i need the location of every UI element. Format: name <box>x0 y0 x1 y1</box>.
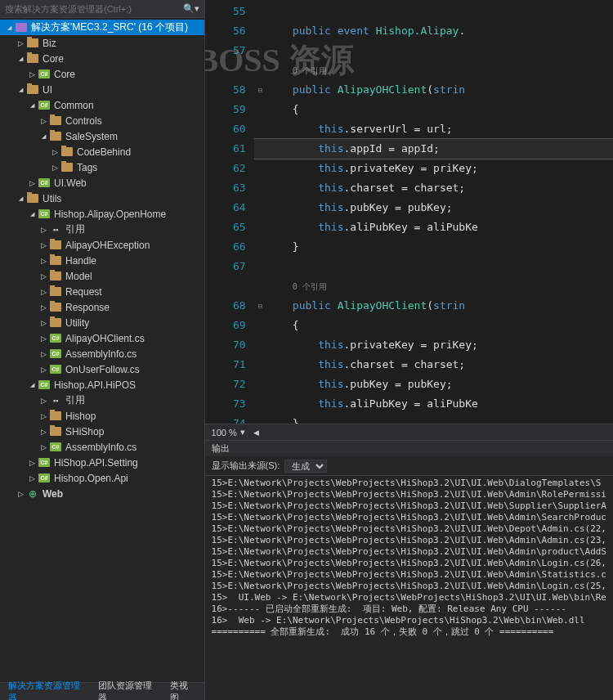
tree-item[interactable]: UI.Web <box>0 175 204 191</box>
folder-icon <box>49 302 62 313</box>
expand-icon[interactable] <box>26 379 38 391</box>
expand-icon[interactable] <box>26 177 38 189</box>
csharp-project-icon <box>38 379 51 391</box>
expand-icon[interactable] <box>38 411 49 422</box>
code-content[interactable]: public event Hishop.Alipay. 0 个引用⊟ publi… <box>254 0 613 424</box>
expand-icon[interactable] <box>26 457 38 469</box>
output-header: 输出 <box>205 440 613 456</box>
tree-item[interactable]: SaleSystem <box>0 128 204 144</box>
expand-icon[interactable] <box>38 395 49 406</box>
tree-item-label: Response <box>65 302 110 313</box>
expand-icon[interactable] <box>38 442 49 453</box>
expand-icon[interactable] <box>38 426 49 438</box>
explorer-tab[interactable]: 团队资源管理器 <box>92 683 164 700</box>
tree-item-label: 引用 <box>65 222 85 236</box>
expand-icon[interactable] <box>3 22 15 34</box>
expand-icon[interactable] <box>15 38 26 49</box>
expand-icon[interactable] <box>49 146 60 158</box>
expand-icon[interactable] <box>26 100 38 111</box>
tree-item-label: Core <box>43 53 64 65</box>
tree-item[interactable]: Core <box>0 51 204 66</box>
folder-icon <box>26 38 39 49</box>
tree-item[interactable]: OnUserFollow.cs <box>0 361 204 377</box>
expand-icon[interactable] <box>38 317 49 329</box>
expand-icon[interactable] <box>38 271 49 282</box>
expand-icon[interactable] <box>15 84 26 96</box>
output-line: 15>E:\Network\Projects\WebProjects\HiSho… <box>212 558 606 569</box>
tree-item[interactable]: SHiShop <box>0 424 204 439</box>
expand-icon[interactable] <box>38 348 49 360</box>
tree-item[interactable]: CodeBehind <box>0 144 204 159</box>
references-icon <box>49 395 62 406</box>
expand-icon[interactable] <box>15 193 26 204</box>
expand-icon[interactable] <box>38 286 49 298</box>
zoom-level[interactable]: 100 % <box>212 428 237 438</box>
expand-icon[interactable] <box>38 364 49 375</box>
expand-icon[interactable] <box>38 333 49 344</box>
output-line: 15>E:\Network\Projects\WebProjects\HiSho… <box>212 581 606 592</box>
output-source-select[interactable]: 生成 <box>284 460 327 473</box>
expand-icon[interactable] <box>49 162 60 173</box>
expand-icon[interactable] <box>15 53 26 65</box>
tree-item[interactable]: Tags <box>0 159 204 175</box>
output-line: 15>E:\Network\Projects\WebProjects\HiSho… <box>212 489 606 500</box>
tree-item-label: UI <box>43 84 52 96</box>
tree-item[interactable]: AlipayOHClient.cs <box>0 330 204 346</box>
tree-item[interactable]: Request <box>0 284 204 299</box>
expand-icon[interactable] <box>38 255 49 267</box>
expand-icon[interactable] <box>26 473 38 484</box>
expand-icon[interactable] <box>38 224 49 236</box>
csharp-file-icon <box>49 442 62 453</box>
output-content[interactable]: 15>E:\Network\Projects\WebProjects\HiSho… <box>205 476 613 700</box>
tree-item[interactable]: 解决方案'MEC3.2_SRC' (16 个项目) <box>0 20 204 35</box>
tree-item[interactable]: Hishop.API.HiPOS <box>0 377 204 393</box>
folder-icon <box>49 286 62 298</box>
expand-icon[interactable] <box>26 69 38 80</box>
folder-icon <box>49 131 62 142</box>
tree-item[interactable]: Hishop.Open.Api <box>0 470 204 486</box>
tree-item-label: Web <box>43 488 63 500</box>
tree-item[interactable]: ⊕Web <box>0 486 204 501</box>
tree-item[interactable]: Controls <box>0 113 204 128</box>
expand-icon[interactable] <box>26 209 38 220</box>
tree-item[interactable]: Hishop <box>0 408 204 424</box>
tree-item[interactable]: UI <box>0 82 204 97</box>
folder-icon <box>60 146 74 158</box>
output-line: 15>E:\Network\Projects\WebProjects\HiSho… <box>212 500 606 512</box>
tree-item-label: Core <box>54 69 75 80</box>
folder-icon <box>49 255 62 267</box>
tree-item[interactable]: Common <box>0 97 204 113</box>
tree-item[interactable]: AlipayOHException <box>0 237 204 253</box>
tree-item[interactable]: AssemblyInfo.cs <box>0 346 204 361</box>
solution-icon <box>15 22 28 34</box>
tree-item[interactable]: Utils <box>0 191 204 206</box>
tree-item[interactable]: Response <box>0 299 204 315</box>
folder-icon <box>26 193 39 204</box>
tree-item[interactable]: 引用 <box>0 222 204 237</box>
explorer-tab[interactable]: 解决方案资源管理器 <box>2 683 92 700</box>
editor-panel: BOSS 资源 55565758596061626364656667686970… <box>205 0 613 700</box>
expand-icon[interactable] <box>15 488 26 500</box>
folder-icon <box>26 53 39 65</box>
tree-item[interactable]: 引用 <box>0 393 204 408</box>
search-icon[interactable]: 🔍▾ <box>183 3 199 14</box>
tree-item-label: OnUserFollow.cs <box>65 364 140 375</box>
expand-icon[interactable] <box>38 240 49 251</box>
code-editor[interactable]: BOSS 资源 55565758596061626364656667686970… <box>205 0 613 424</box>
tree-item[interactable]: HiShop.API.Setting <box>0 455 204 470</box>
tree-item[interactable]: Utility <box>0 315 204 330</box>
expand-icon[interactable] <box>38 115 49 127</box>
tree-item[interactable]: Handle <box>0 253 204 268</box>
tree-item[interactable]: Core <box>0 66 204 82</box>
tree-item[interactable]: Model <box>0 268 204 284</box>
tree-item[interactable]: AssemblyInfo.cs <box>0 439 204 455</box>
expand-icon[interactable] <box>38 302 49 313</box>
tree-item[interactable]: Hishop.Alipay.OpenHome <box>0 206 204 222</box>
search-input[interactable] <box>5 4 183 14</box>
tree-item-label: AlipayOHClient.cs <box>65 333 145 344</box>
explorer-tab[interactable]: 类视图 <box>163 683 202 700</box>
expand-icon[interactable] <box>38 131 49 142</box>
tree-item[interactable]: Biz <box>0 35 204 51</box>
solution-tree[interactable]: 解决方案'MEC3.2_SRC' (16 个项目)BizCoreCoreUICo… <box>0 18 204 682</box>
csharp-project-icon <box>38 69 51 80</box>
